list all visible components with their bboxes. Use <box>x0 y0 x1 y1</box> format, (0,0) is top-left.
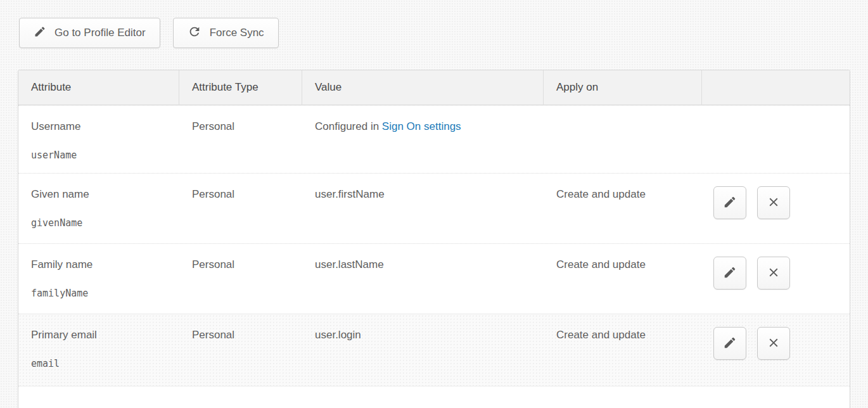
attribute-label: Given name <box>31 188 167 201</box>
delete-attribute-button[interactable] <box>757 257 790 290</box>
attribute-type-cell: Personal <box>179 174 302 243</box>
table-row: Primary email email Personal user.login … <box>18 314 850 386</box>
delete-attribute-button[interactable] <box>757 186 790 219</box>
attribute-type-cell: Personal <box>179 244 302 314</box>
value-cell: Configured in Sign On settings <box>302 106 544 173</box>
table-row: Username userName Personal Configured in… <box>18 105 850 173</box>
go-to-profile-editor-label: Go to Profile Editor <box>54 27 146 39</box>
pencil-icon <box>723 265 737 281</box>
apply-on-cell: Create and update <box>544 244 702 314</box>
attribute-variable-name: email <box>31 358 167 369</box>
header-actions <box>702 70 850 105</box>
attribute-type-cell: Personal <box>179 314 302 386</box>
force-sync-label: Force Sync <box>210 27 264 39</box>
pencil-icon <box>34 25 46 41</box>
value-text: Configured in <box>315 120 379 132</box>
pencil-icon <box>723 336 737 352</box>
toolbar: Go to Profile Editor Force Sync <box>19 18 279 48</box>
attribute-type-cell: Personal <box>179 106 302 173</box>
go-to-profile-editor-button[interactable]: Go to Profile Editor <box>19 18 160 48</box>
header-attribute: Attribute <box>18 70 179 105</box>
attribute-variable-name: givenName <box>31 217 167 229</box>
pencil-icon <box>723 195 737 211</box>
attribute-label: Username <box>31 120 167 133</box>
value-cell: user.login <box>302 314 544 386</box>
attribute-cell: Family name familyName <box>18 244 179 314</box>
edit-attribute-button[interactable] <box>713 186 746 219</box>
force-sync-button[interactable]: Force Sync <box>173 18 279 48</box>
actions-cell <box>702 244 850 314</box>
delete-attribute-button[interactable] <box>757 327 790 360</box>
attribute-label: Primary email <box>31 329 167 341</box>
header-value: Value <box>302 70 544 105</box>
attribute-label: Family name <box>31 258 167 271</box>
apply-on-cell: Create and update <box>544 174 702 243</box>
edit-attribute-button[interactable] <box>713 327 746 360</box>
actions-cell <box>702 106 850 173</box>
attribute-variable-name: familyName <box>31 288 167 299</box>
close-icon <box>767 265 781 281</box>
close-icon <box>767 336 781 352</box>
close-icon <box>767 195 781 211</box>
actions-cell <box>702 174 850 243</box>
apply-on-cell: Create and update <box>544 314 702 386</box>
table-row: Family name familyName Personal user.las… <box>18 243 850 314</box>
attribute-mapping-table: Attribute Attribute Type Value Apply on … <box>18 70 850 408</box>
attribute-cell: Given name givenName <box>18 174 179 243</box>
apply-on-cell <box>544 106 702 173</box>
edit-attribute-button[interactable] <box>713 257 746 290</box>
table-row-partial <box>18 386 850 408</box>
header-apply-on: Apply on <box>544 70 702 105</box>
table-header-row: Attribute Attribute Type Value Apply on <box>18 70 850 105</box>
refresh-icon <box>188 25 201 42</box>
attribute-cell: Username userName <box>18 106 179 173</box>
value-cell: user.firstName <box>302 174 544 243</box>
value-cell: user.lastName <box>302 244 544 314</box>
sign-on-settings-link[interactable]: Sign On settings <box>382 120 461 132</box>
header-attribute-type: Attribute Type <box>179 70 302 105</box>
attribute-variable-name: userName <box>31 150 167 161</box>
attribute-cell: Primary email email <box>18 314 179 386</box>
actions-cell <box>702 314 850 386</box>
table-row: Given name givenName Personal user.first… <box>18 173 850 243</box>
